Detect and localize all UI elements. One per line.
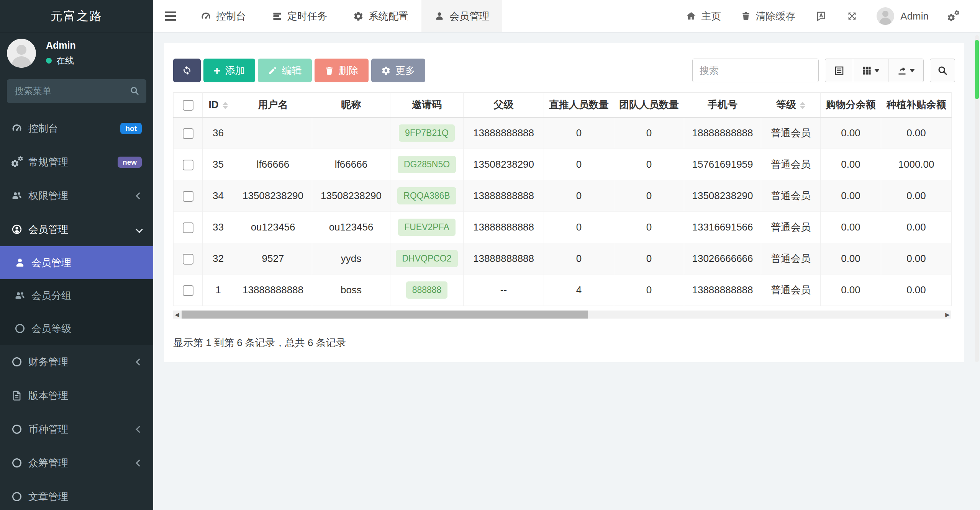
tab-config[interactable]: 系统配置: [340, 0, 421, 32]
table-toolbar: + 添加 编辑 删除 更多: [173, 59, 955, 82]
sort-icon: [800, 102, 805, 109]
select-all-checkbox[interactable]: [183, 100, 193, 111]
col-plant: 种植补贴余额: [881, 93, 952, 118]
trash-icon: [324, 66, 334, 75]
refresh-button[interactable]: [173, 59, 201, 82]
col-nickname: 昵称: [312, 93, 390, 118]
sidebar-item-member-group[interactable]: 会员分组: [0, 279, 153, 312]
tab-cron[interactable]: 定时任务: [259, 0, 340, 32]
clear-cache-link[interactable]: 清除缓存: [731, 0, 805, 32]
refresh-icon: [182, 65, 192, 76]
chevron-left-icon: [136, 426, 143, 433]
menu-search: [7, 79, 146, 103]
page-scrollbar[interactable]: [975, 35, 979, 362]
horizontal-scrollbar[interactable]: ◀ ▶: [173, 311, 951, 319]
tab-console[interactable]: 控制台: [188, 0, 259, 32]
table-header-row: ID 用户名 昵称 邀请码 父级 直推人员数量 团队人员数量 手机号 等级 购物…: [174, 93, 952, 118]
tab-member[interactable]: 会员管理: [421, 0, 502, 32]
online-dot: [46, 58, 52, 64]
search-icon: [129, 86, 139, 96]
table-row: 36 9FP7B21Q 13888888888 0 0 18888888888 …: [174, 118, 952, 149]
user-status: 在线: [46, 55, 76, 67]
row-checkbox[interactable]: [183, 222, 193, 233]
search-button[interactable]: [930, 59, 955, 82]
edit-button[interactable]: 编辑: [258, 59, 312, 82]
avatar: [7, 39, 36, 68]
scroll-left-arrow[interactable]: ◀: [173, 311, 181, 319]
member-table-panel: + 添加 编辑 删除 更多: [164, 43, 964, 362]
tasks-icon: [272, 11, 282, 21]
sidebar-item-currency[interactable]: 币种管理: [0, 412, 153, 446]
users-icon: [11, 190, 22, 201]
detail-view-button[interactable]: [825, 59, 853, 82]
table-wrapper: ID 用户名 昵称 邀请码 父级 直推人员数量 团队人员数量 手机号 等级 购物…: [173, 92, 955, 319]
table-row: 35 lf66666 lf66666 DG285N5O 13508238290 …: [174, 149, 952, 180]
chevron-left-icon: [136, 358, 143, 365]
page-scrollbar-thumb[interactable]: [975, 40, 979, 99]
sidebar-item-finance[interactable]: 财务管理: [0, 345, 153, 379]
export-button[interactable]: [888, 59, 924, 82]
sidebar-item-crowdfund[interactable]: 众筹管理: [0, 446, 153, 480]
scroll-right-arrow[interactable]: ▶: [944, 311, 951, 319]
expand-icon: [847, 11, 857, 21]
home-link[interactable]: 主页: [676, 0, 731, 32]
col-level[interactable]: 等级: [761, 93, 821, 118]
col-id[interactable]: ID: [203, 93, 234, 118]
sidebar-item-article[interactable]: 文章管理: [0, 480, 153, 510]
sidebar-item-general[interactable]: 常规管理 new: [0, 145, 153, 179]
gear-icon: [353, 11, 364, 21]
sidebar-item-member[interactable]: 会员管理: [0, 246, 153, 279]
fullscreen-button[interactable]: [837, 0, 867, 32]
pencil-icon: [268, 66, 277, 75]
add-button[interactable]: + 添加: [203, 59, 255, 82]
hot-badge: hot: [120, 123, 142, 134]
navbar-right: 主页 清除缓存 Admin: [676, 0, 980, 32]
gears-icon: [948, 11, 959, 21]
circle-icon: [15, 324, 25, 333]
invite-code-badge: RQQA386B: [397, 187, 456, 204]
member-submenu: 会员管理 会员分组 会员等级: [0, 246, 153, 345]
sidebar-item-member-level[interactable]: 会员等级: [0, 312, 153, 345]
home-icon: [686, 11, 696, 21]
col-shop: 购物分余额: [821, 93, 881, 118]
columns-button[interactable]: [853, 59, 888, 82]
sidebar-item-version[interactable]: 版本管理: [0, 379, 153, 412]
delete-button[interactable]: 删除: [315, 59, 369, 82]
language-icon: [815, 10, 827, 22]
settings-button[interactable]: [938, 0, 969, 32]
col-parent: 父级: [464, 93, 544, 118]
caret-down-icon: [910, 69, 915, 72]
chevron-left-icon: [136, 459, 143, 466]
scrollbar-thumb[interactable]: [182, 311, 588, 319]
dashboard-icon: [11, 123, 22, 134]
table-row: 1 13888888888 boss 888888 -- 4 0 1388888…: [174, 275, 952, 306]
file-icon: [11, 390, 22, 401]
invite-code-badge: 9FP7B21Q: [399, 124, 455, 142]
language-button[interactable]: [805, 0, 837, 32]
search-icon: [937, 65, 948, 76]
chevron-left-icon: [136, 192, 143, 199]
row-checkbox[interactable]: [183, 285, 193, 296]
top-navbar: 控制台 定时任务 系统配置 会员管理 主页 清除缓存: [153, 0, 980, 33]
row-checkbox[interactable]: [183, 128, 193, 139]
sidebar-item-member-parent[interactable]: 会员管理: [0, 212, 153, 246]
circle-icon: [12, 492, 21, 501]
sidebar-toggle-button[interactable]: [153, 0, 188, 32]
user-icon: [15, 257, 25, 268]
user-icon: [434, 11, 444, 21]
sidebar-item-auth[interactable]: 权限管理: [0, 179, 153, 212]
row-checkbox[interactable]: [183, 191, 193, 202]
row-checkbox[interactable]: [183, 254, 193, 265]
menu-search-input[interactable]: [7, 79, 146, 103]
view-button-group: [825, 59, 924, 82]
col-team: 团队人员数量: [614, 93, 684, 118]
sidebar-item-console[interactable]: 控制台 hot: [0, 111, 153, 145]
invite-code-badge: 888888: [406, 281, 448, 299]
table-search-input[interactable]: [692, 59, 819, 82]
table-row: 34 13508238290 13508238290 RQQA386B 1388…: [174, 180, 952, 212]
user-menu[interactable]: Admin: [867, 7, 938, 25]
more-button[interactable]: 更多: [371, 59, 425, 82]
row-checkbox[interactable]: [183, 160, 193, 170]
circle-icon: [12, 458, 21, 467]
caret-down-icon: [874, 69, 880, 72]
